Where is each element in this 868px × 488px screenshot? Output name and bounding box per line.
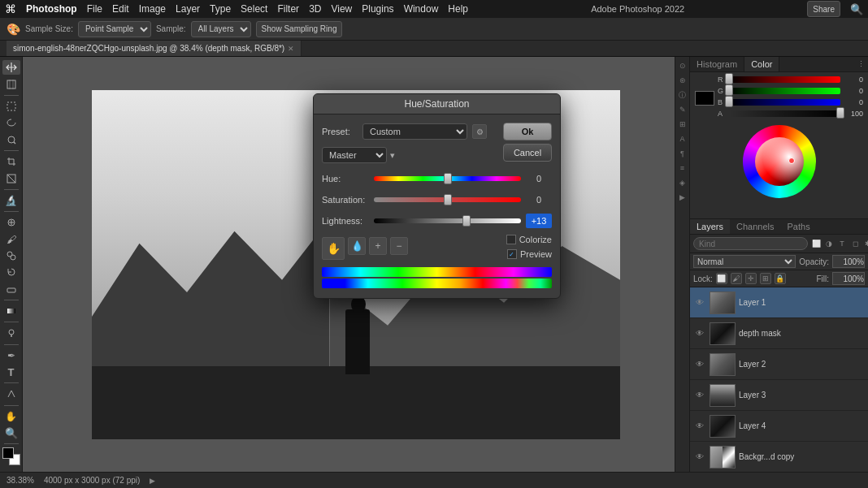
- frame-tool[interactable]: [2, 171, 20, 185]
- pen-tool[interactable]: ✒: [2, 348, 20, 362]
- eyedropper-tool[interactable]: 🔬: [2, 193, 20, 208]
- menu-view[interactable]: View: [331, 3, 352, 15]
- styles-icon[interactable]: ◈: [677, 177, 688, 188]
- crop-tool[interactable]: [2, 154, 20, 169]
- gradient-tool[interactable]: [2, 304, 20, 318]
- eyedropper-btn[interactable]: 💧: [348, 237, 366, 255]
- lightness-thumb[interactable]: [462, 215, 471, 227]
- fg-color-swatch[interactable]: [695, 91, 714, 106]
- b-slider[interactable]: [729, 99, 840, 106]
- saturation-thumb[interactable]: [444, 194, 452, 205]
- clone-tool[interactable]: [2, 248, 20, 263]
- info-icon[interactable]: ⓘ: [677, 89, 688, 101]
- cancel-button[interactable]: Cancel: [503, 144, 552, 162]
- layer-item[interactable]: 👁 Layer 2: [690, 349, 868, 380]
- path-select-tool[interactable]: [2, 387, 20, 401]
- zoom-tool[interactable]: 🔍: [2, 425, 20, 440]
- menu-plugins[interactable]: Plugins: [362, 3, 393, 15]
- lightness-slider-track[interactable]: [374, 218, 521, 223]
- lock-transparent-btn[interactable]: ⬜: [716, 273, 727, 284]
- hue-slider-track[interactable]: [374, 176, 521, 181]
- lock-all-btn[interactable]: 🔒: [775, 273, 786, 284]
- ok-button[interactable]: Ok: [503, 123, 552, 140]
- b-thumb[interactable]: [725, 96, 733, 107]
- quick-select-tool[interactable]: [2, 132, 20, 147]
- lock-image-btn[interactable]: 🖌: [731, 273, 742, 284]
- opacity-input[interactable]: [832, 255, 865, 268]
- lasso-tool[interactable]: [2, 115, 20, 130]
- menu-filter[interactable]: Filter: [277, 3, 299, 15]
- color-wheel[interactable]: [743, 125, 816, 198]
- layer-item[interactable]: 👁 Layer 4: [690, 411, 868, 442]
- eyedropper-add-btn[interactable]: +: [369, 237, 387, 255]
- menu-photoshop[interactable]: Photoshop: [26, 3, 77, 15]
- status-arrow[interactable]: ▶: [150, 477, 155, 485]
- colorize-checkbox[interactable]: [506, 235, 516, 244]
- layer-item[interactable]: 👁 Layer 3: [690, 380, 868, 411]
- layer-visibility-eye[interactable]: 👁: [693, 389, 706, 402]
- eraser-tool[interactable]: [2, 282, 20, 296]
- show-sampling-ring-btn[interactable]: Show Sampling Ring: [256, 21, 343, 37]
- r-thumb[interactable]: [725, 73, 733, 84]
- swatches-icon[interactable]: ⊞: [677, 119, 688, 130]
- a-thumb[interactable]: [836, 107, 844, 119]
- menu-help[interactable]: Help: [448, 3, 468, 15]
- menu-edit[interactable]: Edit: [112, 3, 129, 15]
- sample-select[interactable]: All Layers: [191, 21, 251, 37]
- search-icon[interactable]: 🔍: [850, 3, 863, 15]
- layer-visibility-eye[interactable]: 👁: [693, 327, 706, 340]
- color-tab[interactable]: Color: [744, 57, 779, 71]
- menu-3d[interactable]: 3D: [309, 3, 321, 15]
- adjustments-icon[interactable]: ⊛: [677, 75, 688, 86]
- eyedropper-subtract-btn[interactable]: −: [390, 237, 408, 255]
- menu-layer[interactable]: Layer: [176, 3, 200, 15]
- blend-mode-select[interactable]: Normal: [693, 255, 796, 268]
- saturation-slider-track[interactable]: [374, 197, 521, 202]
- menu-type[interactable]: Type: [210, 3, 231, 15]
- layer-visibility-eye[interactable]: 👁: [693, 358, 706, 371]
- move-tool[interactable]: [2, 60, 20, 75]
- hand-tool-btn[interactable]: ✋: [322, 237, 345, 260]
- paragraph-icon[interactable]: ¶: [677, 148, 688, 159]
- lock-artboard-btn[interactable]: ⊞: [760, 273, 771, 284]
- foreground-swatch[interactable]: [2, 447, 14, 459]
- menu-window[interactable]: Window: [404, 3, 439, 15]
- character-icon[interactable]: A: [677, 133, 688, 145]
- brush-tool[interactable]: 🖌: [2, 231, 20, 246]
- notes-icon[interactable]: ✎: [677, 104, 688, 115]
- type-filter-icon[interactable]: T: [836, 238, 848, 249]
- paths-tab[interactable]: Paths: [781, 219, 817, 234]
- apple-menu[interactable]: ⌘: [5, 2, 16, 15]
- hand-tool[interactable]: ✋: [2, 408, 20, 423]
- close-tab-icon[interactable]: ✕: [288, 45, 294, 53]
- share-button[interactable]: Share: [807, 1, 840, 17]
- file-tab[interactable]: simon-english-48nerZQCHgo-unsplash.jpg @…: [7, 41, 302, 56]
- menu-select[interactable]: Select: [241, 3, 267, 15]
- lock-position-btn[interactable]: ✛: [745, 273, 757, 284]
- healing-tool[interactable]: [2, 215, 20, 230]
- layer-visibility-eye[interactable]: 👁: [693, 296, 706, 309]
- text-tool[interactable]: T: [2, 365, 20, 379]
- preset-select[interactable]: Custom: [362, 123, 467, 140]
- swatch-container[interactable]: [2, 447, 20, 465]
- layer-item[interactable]: 👁 depth mask: [690, 318, 868, 349]
- actions-icon[interactable]: ▶: [677, 192, 688, 203]
- menu-image[interactable]: Image: [139, 3, 166, 15]
- layer-visibility-eye[interactable]: 👁: [693, 420, 706, 433]
- channels-tab[interactable]: Channels: [730, 219, 780, 234]
- menu-file[interactable]: File: [87, 3, 102, 15]
- preview-checkbox[interactable]: [507, 249, 517, 259]
- layer-item[interactable]: 👁 Layer 1: [690, 287, 868, 318]
- artboard-tool[interactable]: [2, 76, 20, 91]
- hue-thumb[interactable]: [444, 173, 452, 184]
- layer-visibility-eye[interactable]: 👁: [693, 451, 706, 464]
- marquee-tool[interactable]: [2, 99, 20, 114]
- pixel-filter-icon[interactable]: ⬜: [810, 238, 822, 249]
- layer-item[interactable]: 👁 Backgr...d copy: [690, 442, 868, 472]
- history-tool[interactable]: [2, 265, 20, 279]
- sample-size-select[interactable]: Point Sample: [78, 21, 151, 37]
- layers-tab[interactable]: Layers: [690, 219, 730, 234]
- g-thumb[interactable]: [725, 84, 733, 96]
- properties-icon[interactable]: ≡: [677, 162, 688, 174]
- fill-input[interactable]: [832, 272, 865, 285]
